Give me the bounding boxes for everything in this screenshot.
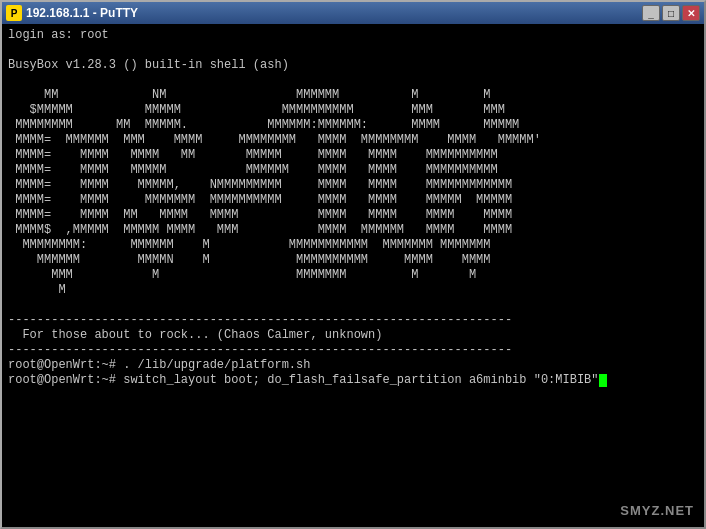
watermark: SMYZ.NET: [620, 503, 694, 519]
maximize-button[interactable]: □: [662, 5, 680, 21]
terminal-cursor: [599, 374, 607, 387]
putty-window: P 192.168.1.1 - PuTTY _ □ ✕ login as: ro…: [0, 0, 706, 529]
titlebar-left: P 192.168.1.1 - PuTTY: [6, 5, 138, 21]
titlebar: P 192.168.1.1 - PuTTY _ □ ✕: [2, 2, 704, 24]
putty-icon: P: [6, 5, 22, 21]
terminal-screen[interactable]: login as: root BusyBox v1.28.3 () built-…: [2, 24, 704, 527]
terminal-content: login as: root BusyBox v1.28.3 () built-…: [8, 28, 698, 388]
close-button[interactable]: ✕: [682, 5, 700, 21]
minimize-button[interactable]: _: [642, 5, 660, 21]
window-title: 192.168.1.1 - PuTTY: [26, 6, 138, 20]
window-controls: _ □ ✕: [642, 5, 700, 21]
